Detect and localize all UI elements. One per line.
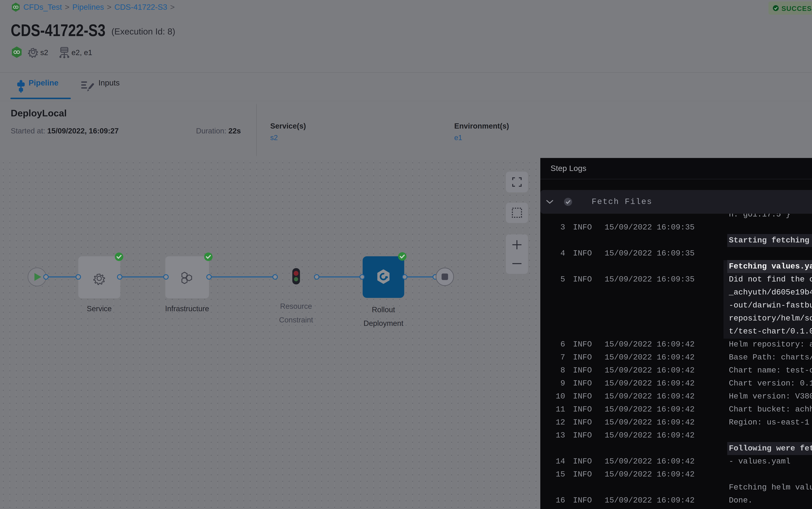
svg-text:Deployment: Deployment [364,319,403,328]
svg-text:Rollout: Rollout [372,305,395,314]
svg-text:Service: Service [87,304,112,313]
svg-text:Infrastructure: Infrastructure [165,304,209,313]
svg-text:Constraint: Constraint [279,316,313,324]
svg-text:Resource: Resource [280,302,312,310]
